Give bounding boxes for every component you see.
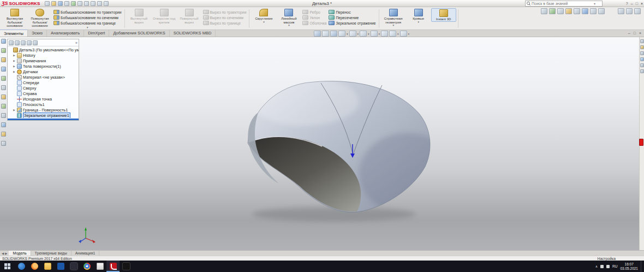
boundary-boss-button[interactable]: Бобышка/основание на границе bbox=[52, 20, 123, 26]
mirror-tool-icon[interactable] bbox=[1, 104, 6, 109]
curves-button[interactable]: Кривые ▾ bbox=[406, 8, 431, 23]
redo-icon[interactable] bbox=[77, 1, 82, 6]
tree-item-surface-bodies[interactable]: ▶ Тела поверхности(1) bbox=[8, 63, 79, 69]
fullscreen-icon[interactable] bbox=[634, 8, 641, 14]
convert-tool-icon[interactable] bbox=[1, 85, 6, 90]
appearance-tool-icon[interactable] bbox=[1, 141, 6, 146]
tab-addins[interactable]: Добавления SOLIDWORKS bbox=[109, 29, 169, 37]
intersect-button[interactable]: Пересечение bbox=[327, 15, 377, 20]
revolved-boss-button[interactable]: Повернутая бобышка/основание bbox=[27, 8, 52, 28]
sketch-tool-icon[interactable] bbox=[1, 48, 6, 53]
pane-icon[interactable] bbox=[626, 8, 633, 14]
tree-item-material[interactable]: Материал <не указан> bbox=[8, 74, 79, 80]
tree-item-top-plane[interactable]: Сверху bbox=[8, 85, 79, 91]
configurationmanager-tab-icon[interactable] bbox=[21, 40, 26, 45]
section-tool-icon[interactable] bbox=[1, 132, 6, 137]
appearance-swatch-icon[interactable] bbox=[639, 139, 643, 146]
custom-properties-icon[interactable] bbox=[640, 69, 644, 73]
tab-scroll-left-icon[interactable]: ◀ bbox=[2, 252, 4, 255]
trim-tool-icon[interactable] bbox=[1, 76, 6, 81]
tree-item-part-root[interactable]: Деталь3 (По умолчанию<<По умолч... bbox=[8, 47, 79, 52]
refgeom-dropdown-icon[interactable]: ▾ bbox=[392, 24, 394, 27]
surface-model[interactable] bbox=[248, 78, 455, 214]
appearances-panel-icon[interactable] bbox=[640, 63, 644, 67]
taskbar-file-explorer-icon[interactable] bbox=[41, 261, 54, 272]
split-view-icon[interactable] bbox=[618, 8, 624, 14]
doc-restore-icon[interactable]: □ bbox=[634, 31, 636, 35]
reference-geometry-button[interactable]: Справочная геометрия ▾ bbox=[381, 8, 406, 27]
tree-item-origin[interactable]: Исходная точка bbox=[8, 96, 79, 102]
section-view-icon[interactable] bbox=[338, 31, 345, 37]
instant3d-toggle[interactable]: Instant 3D bbox=[431, 8, 456, 22]
move-button[interactable]: Перенос bbox=[327, 9, 377, 15]
save-icon[interactable] bbox=[58, 1, 63, 6]
tree-item-boundary-surface[interactable]: ▶ Граница - Поверхность1 bbox=[8, 107, 79, 113]
display-style-icon[interactable] bbox=[360, 31, 367, 37]
minimize-button[interactable]: – bbox=[631, 2, 633, 5]
doc-minimize-icon[interactable]: – bbox=[628, 31, 630, 35]
featuremanager-tab-icon[interactable] bbox=[9, 40, 14, 45]
new-document-icon[interactable] bbox=[45, 1, 50, 6]
view-settings-icon[interactable] bbox=[400, 31, 407, 37]
language-indicator[interactable]: RU bbox=[612, 264, 617, 268]
tree-item-sensors[interactable]: ▶ Датчики bbox=[8, 69, 79, 74]
render-icon[interactable] bbox=[598, 8, 605, 14]
display-settings-icon[interactable] bbox=[541, 8, 547, 14]
taskbar-terminal-icon[interactable] bbox=[120, 261, 133, 272]
visibility-icon[interactable] bbox=[549, 8, 556, 14]
taskbar-clock[interactable]: 16:07 03.05.2021 bbox=[620, 262, 638, 270]
volume-icon[interactable] bbox=[606, 265, 610, 268]
customize-button[interactable]: Настройка bbox=[598, 257, 616, 261]
restore-button[interactable]: □ bbox=[636, 2, 638, 5]
tab-model[interactable]: Модель bbox=[9, 251, 31, 256]
extruded-boss-button[interactable]: Вытянутая бобышка/основание bbox=[2, 8, 27, 28]
propertymanager-tab-icon[interactable] bbox=[15, 40, 20, 45]
knowledge-search[interactable]: ▾ bbox=[525, 1, 603, 7]
lofted-boss-button[interactable]: Бобышка/основание по сечениям bbox=[52, 15, 123, 20]
taskbar-documents-icon[interactable] bbox=[93, 261, 106, 272]
file-properties-icon[interactable] bbox=[97, 1, 102, 6]
select-icon[interactable] bbox=[84, 1, 89, 6]
swept-boss-button[interactable]: Бобышка/основание по траектории bbox=[52, 9, 123, 15]
doc-close-icon[interactable]: × bbox=[639, 31, 641, 35]
resources-panel-icon[interactable] bbox=[640, 39, 644, 43]
hide-show-items-icon[interactable] bbox=[371, 31, 378, 37]
search-input[interactable] bbox=[532, 2, 593, 5]
tray-expand-icon[interactable]: ∧ bbox=[595, 264, 598, 268]
apply-scene-icon[interactable] bbox=[389, 31, 396, 37]
rebuild-icon[interactable] bbox=[91, 1, 96, 6]
mirror-button[interactable]: Зеркальное отражение bbox=[327, 20, 377, 26]
tree-item-annotations[interactable]: ▶ Примечания bbox=[8, 58, 79, 63]
tab-animation1[interactable]: Анимация1 bbox=[71, 251, 100, 256]
fillet-dropdown-icon[interactable]: ▾ bbox=[263, 21, 265, 23]
tab-features[interactable]: Элементы bbox=[0, 29, 28, 37]
previous-view-icon[interactable] bbox=[330, 31, 337, 37]
tree-item-mirror1[interactable]: Зеркальное отражение1 bbox=[8, 113, 79, 118]
tab-dimxpert[interactable]: DimXpert bbox=[84, 29, 109, 37]
boss-stack-dropdown-icon[interactable]: ▾ bbox=[52, 26, 123, 29]
edit-appearance-icon[interactable] bbox=[381, 31, 388, 37]
fillet-button[interactable]: Скругление ▾ bbox=[251, 8, 276, 23]
linear-pattern-button[interactable]: Линейный массив ▾ bbox=[276, 8, 301, 27]
network-icon[interactable] bbox=[600, 265, 604, 268]
panel-overflow-icon[interactable]: » bbox=[75, 41, 77, 45]
taskbar-app-icon[interactable] bbox=[67, 261, 80, 272]
appearance-icon[interactable] bbox=[557, 8, 564, 14]
options-gear-icon[interactable] bbox=[104, 1, 109, 6]
pattern-dropdown-icon[interactable]: ▾ bbox=[288, 24, 290, 27]
lighting-icon[interactable] bbox=[590, 8, 597, 14]
tab-scroll-right-icon[interactable]: ▶ bbox=[5, 252, 7, 255]
show-desktop-button[interactable] bbox=[641, 261, 643, 272]
camera-icon[interactable] bbox=[574, 8, 580, 14]
tree-item-front-plane[interactable]: Спереди bbox=[8, 80, 79, 85]
offset-tool-icon[interactable] bbox=[1, 94, 6, 99]
taskbar-word-icon[interactable] bbox=[54, 261, 67, 272]
measure-tool-icon[interactable] bbox=[1, 122, 6, 127]
file-explorer-panel-icon[interactable] bbox=[640, 51, 644, 55]
undo-icon[interactable] bbox=[71, 1, 76, 6]
tree-item-history[interactable]: ▶ History bbox=[8, 52, 79, 58]
scene-icon[interactable] bbox=[565, 8, 572, 14]
design-library-icon[interactable] bbox=[640, 45, 644, 49]
relation-tool-icon[interactable] bbox=[1, 67, 6, 72]
taskbar-solidworks-icon[interactable] bbox=[106, 261, 120, 272]
